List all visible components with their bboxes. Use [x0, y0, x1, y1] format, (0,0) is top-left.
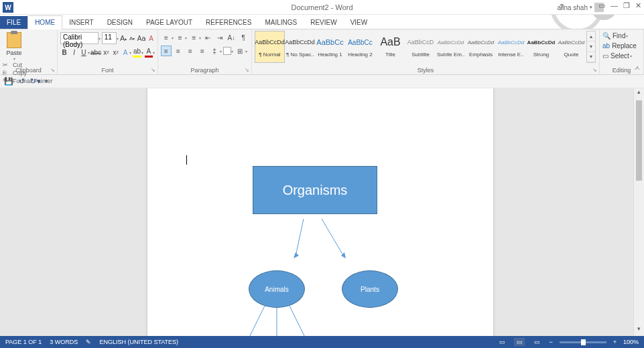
- paste-button[interactable]: Paste ▾: [3, 31, 25, 61]
- justify-button[interactable]: ≡: [197, 46, 208, 56]
- shading-button[interactable]: [223, 47, 231, 55]
- italic-button[interactable]: I: [70, 47, 78, 58]
- spell-check-icon[interactable]: ✎: [86, 339, 91, 345]
- borders-button[interactable]: ⊞: [235, 46, 245, 56]
- tab-review[interactable]: REVIEW: [304, 16, 343, 29]
- clipboard-launcher-icon[interactable]: ↘: [50, 67, 55, 73]
- word-count-label[interactable]: 3 WORDS: [50, 339, 78, 345]
- format-painter-button[interactable]: ✎Format Painter: [3, 77, 53, 85]
- font-launcher-icon[interactable]: ↘: [151, 67, 155, 73]
- font-name-combo[interactable]: Calibri (Body): [60, 32, 99, 44]
- numbering-button[interactable]: ≡: [175, 32, 186, 43]
- scroll-thumb[interactable]: [636, 100, 642, 181]
- styles-scroll-up[interactable]: ▴: [587, 31, 595, 41]
- select-button[interactable]: ▭Select ▾: [602, 51, 641, 61]
- page-count-label[interactable]: PAGE 1 OF 1: [5, 339, 42, 345]
- align-center-button[interactable]: ≡: [173, 46, 184, 56]
- shape-rectangle-organisms[interactable]: Organisms: [253, 166, 377, 214]
- zoom-slider[interactable]: [560, 341, 606, 343]
- change-case-button[interactable]: Aa▾: [137, 33, 146, 44]
- scroll-up-button[interactable]: ▴: [634, 88, 644, 99]
- align-left-button[interactable]: ≡: [161, 46, 172, 56]
- style-preview: AaBbCc: [316, 33, 344, 52]
- text-effects-button[interactable]: A: [121, 47, 129, 58]
- zoom-in-button[interactable]: +: [613, 339, 617, 345]
- ribbon-display-icon[interactable]: ▭: [598, 1, 605, 10]
- style-name-label: Subtitle: [407, 52, 434, 58]
- language-label[interactable]: ENGLISH (UNITED STATES): [99, 339, 178, 345]
- paste-icon: [7, 32, 21, 48]
- tab-home[interactable]: HOME: [27, 15, 62, 29]
- underline-button[interactable]: U: [80, 47, 88, 58]
- style-name-label: Intense E..: [497, 52, 525, 58]
- vertical-scrollbar[interactable]: ▴ ▾: [633, 88, 644, 336]
- font-color-button[interactable]: A: [145, 47, 153, 58]
- style-name-label: Quote: [558, 52, 585, 58]
- replace-icon: ab: [602, 42, 610, 50]
- shape-oval-animals[interactable]: Animals: [249, 270, 305, 308]
- paragraph-group-label: Paragraph: [158, 67, 251, 74]
- increase-indent-button[interactable]: ⇥: [214, 32, 225, 43]
- bold-button[interactable]: B: [60, 47, 68, 58]
- restore-icon[interactable]: ❐: [623, 1, 630, 10]
- style-preview: AaBbCcDd: [256, 33, 283, 52]
- style-item---normal[interactable]: AaBbCcDd¶ Normal: [255, 31, 285, 63]
- tab-insert[interactable]: INSERT: [62, 16, 101, 29]
- read-mode-button[interactable]: ▭: [497, 338, 507, 346]
- show-marks-button[interactable]: ¶: [238, 32, 249, 43]
- shrink-font-button[interactable]: A▾: [129, 33, 136, 44]
- bullets-button[interactable]: ≡: [161, 32, 172, 43]
- style-item-subtle-em--[interactable]: AaBbCcDdSubtle Em..: [436, 31, 466, 63]
- styles-more-button[interactable]: ▾: [587, 52, 595, 62]
- word-app-icon: W: [3, 2, 13, 13]
- style-item-heading-1[interactable]: AaBbCcHeading 1: [315, 31, 345, 63]
- page[interactable]: Organisms Animals Plants: [147, 88, 493, 336]
- web-layout-button[interactable]: ▭: [531, 338, 542, 346]
- tab-references[interactable]: REFERENCES: [199, 16, 258, 29]
- zoom-out-button[interactable]: −: [549, 339, 552, 345]
- multilevel-button[interactable]: ≡: [188, 32, 199, 43]
- style-item-intense-e--[interactable]: AaBbCcDdIntense E..: [496, 31, 526, 63]
- collapse-ribbon-icon[interactable]: ㅅ: [634, 64, 641, 73]
- styles-scroll-down[interactable]: ▾: [587, 41, 595, 52]
- style-item---no-spac--[interactable]: AaBbCcDd¶ No Spac..: [285, 31, 315, 63]
- grow-font-button[interactable]: A▴: [120, 33, 127, 44]
- clear-formatting-button[interactable]: A: [147, 33, 155, 44]
- style-preview: AaB: [377, 33, 404, 52]
- style-item-subtitle[interactable]: AaBbCcDSubtitle: [405, 31, 436, 63]
- close-icon[interactable]: ✕: [635, 1, 641, 10]
- style-item-strong[interactable]: AaBbCcDdStrong: [526, 31, 556, 63]
- print-layout-button[interactable]: ▭: [514, 338, 525, 346]
- replace-button[interactable]: abReplace: [602, 41, 641, 51]
- style-item-title[interactable]: AaBTitle: [375, 31, 405, 63]
- highlight-button[interactable]: ab: [133, 47, 141, 58]
- tab-file[interactable]: FILE: [0, 16, 27, 29]
- tab-view[interactable]: VIEW: [344, 16, 375, 29]
- clipboard-group-label: Clipboard: [0, 67, 57, 74]
- styles-launcher-icon[interactable]: ↘: [592, 67, 597, 73]
- style-item-heading-2[interactable]: AaBbCcHeading 2: [345, 31, 375, 63]
- arrow-head-icon: [294, 252, 299, 258]
- group-font: Calibri (Body)▾ 11▾ A▴ A▾ Aa▾ A B I U▾ a…: [58, 29, 158, 74]
- tab-design[interactable]: DESIGN: [101, 16, 139, 29]
- strikethrough-button[interactable]: abc: [91, 47, 101, 58]
- paragraph-launcher-icon[interactable]: ↘: [245, 67, 249, 73]
- minimize-icon[interactable]: —: [610, 1, 618, 10]
- style-item-emphasis[interactable]: AaBbCcDdEmphasis: [466, 31, 496, 63]
- style-name-label: Subtle Em..: [437, 52, 464, 58]
- align-right-button[interactable]: ≡: [185, 46, 196, 56]
- style-item-quote[interactable]: AaBbCcDdQuote: [556, 31, 586, 63]
- line-spacing-button[interactable]: ‡: [209, 46, 220, 56]
- superscript-button[interactable]: x2: [112, 47, 120, 58]
- zoom-level-label[interactable]: 100%: [623, 339, 639, 345]
- scroll-down-button[interactable]: ▾: [634, 325, 644, 336]
- sort-button[interactable]: A↓: [227, 32, 237, 43]
- decrease-indent-button[interactable]: ⇤: [202, 32, 213, 43]
- subscript-button[interactable]: x2: [102, 47, 110, 58]
- tab-mailings[interactable]: MAILINGS: [258, 16, 304, 29]
- user-account[interactable]: alina shah▾: [557, 3, 604, 12]
- tab-page-layout[interactable]: PAGE LAYOUT: [139, 16, 199, 29]
- font-size-combo[interactable]: 11: [102, 32, 117, 44]
- shape-oval-plants[interactable]: Plants: [342, 270, 398, 308]
- find-button[interactable]: 🔍Find ▾: [602, 31, 641, 41]
